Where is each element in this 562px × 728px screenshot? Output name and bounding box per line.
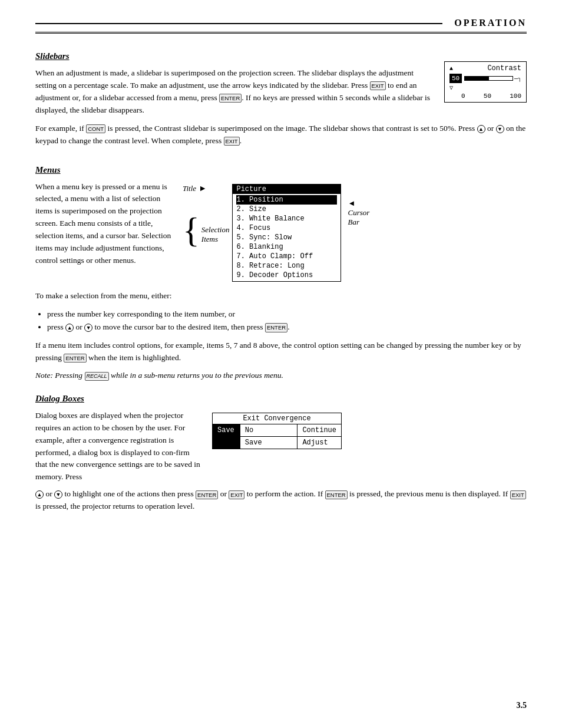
- menu-box-items: 1. Position 2. Size 3. White Balance 4. …: [233, 194, 340, 281]
- dialog-boxes-title: Dialog Boxes: [35, 394, 527, 404]
- menu-item-1: 1. Position: [236, 195, 337, 205]
- menus-bullet-list: press the number key corresponding to th…: [47, 308, 527, 333]
- title-label-text: Title: [183, 184, 196, 193]
- slidebars-para2: For example, if CONT is pressed, the Con…: [35, 123, 527, 147]
- enter-key-5: ENTER: [325, 490, 348, 499]
- dialog-btn-continue: Continue: [297, 424, 341, 437]
- menu-item-7: 7. Auto Clamp: Off: [236, 252, 337, 261]
- exit-key-1: EXIT: [370, 81, 386, 90]
- menus-note: Note: Pressing RECALL while in a sub-men…: [35, 370, 527, 381]
- dialog-btn-save-bottom: Save: [240, 437, 297, 449]
- menu-item-6: 6. Blanking: [236, 242, 337, 252]
- enter-key-1: ENTER: [219, 94, 242, 103]
- cont-key: CONT: [86, 124, 105, 133]
- header-line: [35, 23, 442, 24]
- down-circle-2: ▼: [84, 324, 92, 332]
- exit-key-4: EXIT: [510, 490, 526, 499]
- menu-item-2: 2. Size: [236, 205, 337, 214]
- dialog-diagram-buttons: Save No Save Continue Adjust: [213, 424, 341, 449]
- up-circle-1: ▲: [477, 125, 485, 133]
- menu-item-8: 8. Retrace: Long: [236, 261, 337, 271]
- dialog-btn-adjust: Adjust: [297, 437, 341, 449]
- menu-item-9: 9. Decoder Options: [236, 271, 337, 280]
- dialog-para2: ▲ or ▼ to highlight one of the actions t…: [35, 488, 527, 513]
- exit-key-3: EXIT: [229, 490, 244, 499]
- enter-key-3: ENTER: [64, 354, 86, 363]
- menus-section: Menus When a menu key is pressed or a me…: [35, 165, 527, 382]
- cursor-bar-label: ◄ Cursor Bar: [348, 199, 369, 227]
- contrast-scale: 0 50 100: [449, 93, 521, 100]
- contrast-value: 50: [449, 74, 462, 83]
- contrast-bar: [464, 76, 513, 81]
- menus-para3: If a menu item includes control options,…: [35, 340, 527, 364]
- menu-item-3: 3. White Balance: [236, 214, 337, 223]
- scale-50: 50: [484, 93, 491, 100]
- page-number: 3.5: [517, 701, 527, 710]
- title-arrow: ►: [199, 184, 207, 193]
- dialog-btn-no: No: [240, 424, 297, 437]
- cursor-bar-arrow: ◄: [348, 199, 355, 208]
- dialog-diagram: Exit Convergence Save No Save Continue A…: [212, 413, 342, 449]
- selection-label-line2: Items: [201, 235, 230, 244]
- contrast-up-arrow: ▲: [449, 65, 453, 72]
- scale-100: 100: [510, 93, 521, 100]
- dialog-right-col: No Save: [240, 424, 297, 449]
- menu-diagram-area: Title ► { Selection Items Picture: [183, 184, 527, 282]
- bullet-item-1: press the number key corresponding to th…: [47, 308, 527, 321]
- contrast-bar-fill: [465, 77, 488, 80]
- menus-left-text: When a menu key is pressed or a menu is …: [35, 181, 177, 267]
- menu-box: Picture 1. Position 2. Size 3. White Bal…: [232, 184, 341, 282]
- cursor-bar-text-line1: Cursor: [348, 208, 369, 218]
- menu-box-title: Picture: [233, 185, 340, 194]
- down-circle-1: ▼: [496, 125, 504, 133]
- dialog-continue-col: Continue Adjust: [297, 424, 341, 449]
- enter-key-2: ENTER: [265, 323, 287, 332]
- up-circle-2: ▲: [65, 324, 74, 332]
- slidebars-section: Slidebars ▲ Contrast 50 —┐ ▽ 0 5: [35, 51, 527, 153]
- contrast-down-arrow: ▽: [449, 84, 521, 91]
- dialog-content: Dialog boxes are displayed when the proj…: [35, 410, 527, 484]
- scale-0: 0: [461, 93, 465, 100]
- cursor-bar-text-line2: Bar: [348, 218, 359, 227]
- header-title: OPERATION: [454, 18, 527, 28]
- contrast-title: Contrast: [487, 64, 521, 73]
- up-circle-3: ▲: [35, 490, 44, 499]
- exit-key-2: EXIT: [224, 137, 240, 146]
- selection-text: Selection Items: [201, 225, 230, 244]
- bullet-item-2: press ▲ or ▼ to move the cursor bar to t…: [47, 321, 527, 334]
- menu-labels-col: Title ► { Selection Items: [183, 184, 229, 244]
- menus-content: When a menu key is pressed or a menu is …: [35, 181, 527, 282]
- title-label: Title ►: [183, 184, 229, 193]
- contrast-diagram: ▲ Contrast 50 —┐ ▽ 0 50 100: [444, 61, 527, 103]
- recall-key: RECALL: [85, 372, 109, 381]
- menu-item-5: 5. Sync: Slow: [236, 233, 337, 242]
- down-circle-3: ▼: [54, 490, 62, 499]
- dialog-btn-save: Save: [213, 424, 240, 449]
- header: OPERATION: [35, 18, 527, 34]
- dialog-boxes-section: Dialog Boxes Dialog boxes are displayed …: [35, 394, 527, 513]
- dialog-diagram-wrapper: Exit Convergence Save No Save Continue A…: [212, 410, 342, 449]
- selection-label-line1: Selection: [201, 225, 230, 235]
- dialog-diagram-title: Exit Convergence: [213, 413, 341, 424]
- page: OPERATION Slidebars ▲ Contrast 50 —┐ ▽: [0, 0, 562, 728]
- slidebars-title: Slidebars: [35, 51, 527, 61]
- menu-item-4: 4. Focus: [236, 223, 337, 233]
- menus-title: Menus: [35, 165, 527, 175]
- selection-label-area: { Selection Items: [183, 217, 229, 244]
- dialog-left-text: Dialog boxes are displayed when the proj…: [35, 410, 200, 484]
- contrast-arrow-right: —┐: [514, 75, 521, 82]
- menus-para2: To make a selection from the menu, eithe…: [35, 290, 527, 302]
- brace-symbol: {: [183, 217, 200, 243]
- enter-key-4: ENTER: [196, 490, 218, 499]
